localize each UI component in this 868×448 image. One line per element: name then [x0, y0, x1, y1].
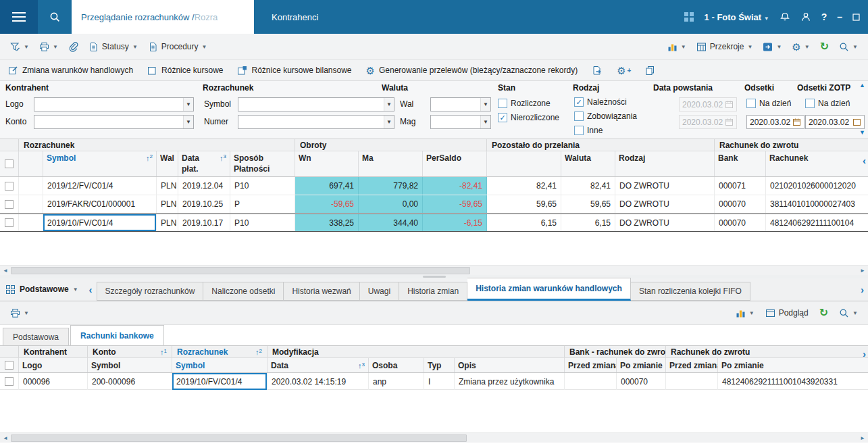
detail-print-button[interactable]: ▼ [7, 305, 32, 322]
settlement-row-selected[interactable]: 2019/10/FV/C01/4 PLN 2019.10.17 P10 338,… [0, 214, 868, 232]
podglad-button[interactable]: Podgląd [762, 305, 812, 322]
logo-combo[interactable]: ▼ [34, 97, 194, 111]
group-rozrachunek[interactable]: Rozrachunek [19, 139, 295, 151]
scroll-left-button[interactable]: ◄ [0, 433, 11, 443]
maximize-button[interactable] [852, 14, 860, 21]
main-grid-hscrollbar[interactable]: ◄ ► [0, 265, 868, 275]
tab-naliczone-odsetki[interactable]: Naliczone odsetki [203, 282, 284, 301]
group-kontrahent[interactable]: Kontrahent [19, 346, 88, 357]
column-header-rachunek-po[interactable]: Po zmianie [718, 358, 868, 372]
scroll-left-button[interactable]: ◄ [0, 266, 11, 276]
data-powstania-do-field[interactable]: 2020.03.02 [679, 115, 737, 129]
row-checkbox[interactable] [5, 182, 14, 191]
history-row[interactable]: 000096 200-000096 2019/10/FV/C01/4 2020.… [0, 373, 868, 390]
column-header-data[interactable]: Data↑3 [267, 358, 369, 372]
column-header-symbol[interactable]: Symbol↑2 [43, 151, 157, 176]
attachments-button[interactable] [65, 39, 82, 55]
global-search-button[interactable] [38, 0, 72, 34]
tabs-scroll-right-arrow[interactable]: › [857, 278, 868, 301]
data-powstania-od-field[interactable]: 2020.03.02 [679, 97, 737, 111]
open-window-button[interactable]: ▼ [759, 39, 785, 55]
zotp-date-field[interactable]: 2020.03.02 [805, 115, 865, 129]
tab-historia-zmian[interactable]: Historia zmian [399, 282, 467, 301]
symbol-combo[interactable]: ▼ [238, 97, 394, 111]
search-records-button[interactable]: ▼ [836, 39, 861, 55]
group-pozostalo[interactable]: Pozostało do przelania [487, 139, 715, 151]
tab-historia-wezwan[interactable]: Historia wezwań [284, 282, 359, 301]
print-button[interactable]: ▼ [36, 39, 61, 55]
refresh-button[interactable]: ↻ [817, 38, 832, 55]
scrollbar-thumb[interactable] [11, 267, 470, 274]
column-header-typ[interactable]: Typ [424, 358, 455, 372]
naleznosci-checkbox[interactable]: ✓Należności [574, 97, 627, 107]
zobowiazania-checkbox[interactable]: Zobowiązania [574, 111, 637, 121]
column-header-bank-przed[interactable]: Przed zmianą [565, 358, 617, 372]
column-header-logo[interactable]: Logo [19, 358, 88, 372]
column-header-konto-symbol[interactable]: Symbol [88, 358, 172, 372]
detail-search-button[interactable]: ▼ [836, 305, 861, 322]
detail-refresh-button[interactable]: ↻ [816, 304, 832, 322]
tab-stan-rozliczenia-fifo[interactable]: Stan rozliczenia kolejki FIFO [631, 282, 750, 301]
subtab-rachunki-bankowe[interactable]: Rachunki bankowe [70, 325, 164, 345]
panel-view-selector[interactable]: Podstawowe▼ [0, 278, 85, 301]
column-header-rachunek[interactable]: Rachunek [766, 151, 868, 176]
filter-collapse-up-button[interactable]: ▲ [859, 82, 865, 89]
help-button[interactable]: ? [821, 11, 827, 22]
column-header-rodzaj[interactable]: Rodzaj [615, 151, 715, 176]
row-checkbox[interactable] [5, 200, 14, 209]
zmiana-warunkow-button[interactable]: Zmiana warunków handlowych [8, 66, 133, 76]
user-account-button[interactable] [800, 11, 811, 22]
grid-scroll-left-arrow[interactable]: ‹ [863, 155, 866, 166]
filter-collapse-down-button[interactable]: ▼ [859, 130, 865, 136]
column-header-opis[interactable]: Opis [455, 358, 565, 372]
inne-checkbox[interactable]: Inne [574, 126, 603, 135]
select-all-checkbox[interactable] [5, 361, 14, 370]
przekroje-button[interactable]: Przekroje▼ [693, 39, 757, 55]
scroll-right-button[interactable]: ► [857, 433, 868, 443]
group-rozrachunek[interactable]: Rozrachunek↑2 [172, 346, 267, 357]
procedury-button[interactable]: Procedury▼ [145, 39, 211, 55]
company-selector[interactable]: 1 - Foto Świat ▼ [705, 12, 769, 22]
column-header-persaldo[interactable]: PerSaldo [423, 151, 487, 176]
mag-combo[interactable]: ▼ [430, 115, 491, 129]
column-header-ma[interactable]: Ma [359, 151, 423, 176]
column-header-wal[interactable]: Wal [157, 151, 178, 176]
tab-szczegoly-rozrachunkow[interactable]: Szczegóły rozrachunków [97, 282, 204, 301]
scroll-right-button[interactable]: ► [857, 266, 868, 276]
tab-uwagi[interactable]: Uwagi [360, 282, 399, 301]
settings-button[interactable]: ⚙▼ [788, 39, 813, 55]
roznice-bilansowe-button[interactable]: Różnice kursowe bilansowe [237, 66, 351, 76]
detail-chart-button[interactable]: ▼ [732, 305, 758, 322]
group-bank-rachunek[interactable]: Bank - rachunek do zwrotu [565, 346, 666, 357]
column-header-rozrachunek-symbol[interactable]: Symbol [172, 358, 267, 372]
minimize-button[interactable]: – [837, 11, 842, 22]
konto-combo[interactable]: ▼ [34, 115, 194, 129]
tab-historia-zmian-warunkow-handlowych[interactable]: Historia zmian warunków handlowych [467, 278, 631, 301]
tab-przegladanie-rozrachunkow[interactable]: Przeglądanie rozrachunków / Rozra [72, 0, 254, 34]
history-grid-hscrollbar[interactable]: ◄ ► [0, 432, 868, 443]
filter-edit-button[interactable]: ▼ [7, 39, 32, 55]
column-header-pozostalo[interactable] [487, 151, 561, 176]
wal-combo[interactable]: ▼ [430, 97, 491, 111]
roznice-kursowe-button[interactable]: Różnice kursowe [147, 66, 223, 76]
group-obroty[interactable]: Obroty [295, 139, 487, 151]
subtab-podstawowa[interactable]: Podstawowa [3, 328, 69, 345]
generowanie-przelewow-button[interactable]: ⚙Generowanie przelewów (bieżący/zaznaczo… [366, 66, 578, 76]
column-header-bank-po[interactable]: Po zmianie [617, 358, 666, 372]
export-document-button[interactable] [592, 66, 603, 76]
column-header-bank[interactable]: Bank [715, 151, 766, 176]
scrollbar-thumb[interactable] [11, 434, 467, 442]
settlement-row[interactable]: 2019/FAKR/C01/000001 PLN 2019.10.25 P -5… [0, 195, 868, 214]
column-header-waluta[interactable]: Waluta [561, 151, 615, 176]
group-rachunek-do-zwrotu[interactable]: Rachunek do zwrotu [715, 139, 868, 151]
column-header-data-plat[interactable]: Data płat.↑3 [178, 151, 230, 176]
statusy-button[interactable]: Statusy▼ [85, 39, 141, 55]
chart-view-button[interactable]: ▼ [664, 39, 690, 55]
apps-grid-icon[interactable] [684, 11, 694, 22]
select-all-checkbox[interactable] [5, 159, 14, 168]
odsetki-date-field[interactable]: 2020.03.02 [746, 115, 805, 129]
zotp-na-dzien-checkbox[interactable]: Na dzień [805, 99, 850, 108]
numer-combo[interactable]: ▼ [238, 115, 394, 129]
notifications-button[interactable] [780, 11, 790, 22]
gear-plus-button[interactable]: ⚙+ [617, 66, 631, 76]
